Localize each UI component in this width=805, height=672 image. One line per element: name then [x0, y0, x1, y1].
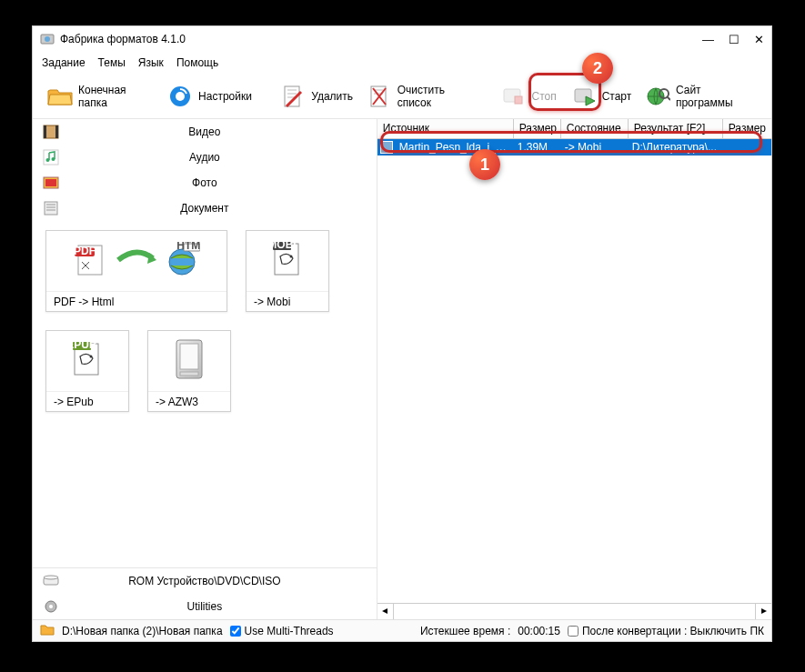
menu-themes[interactable]: Темы	[98, 56, 126, 69]
output-path[interactable]: D:\Новая папка (2)\Новая папка	[62, 625, 223, 637]
category-rom[interactable]: ROM Устройство\DVD\CD\ISO	[33, 568, 377, 594]
menu-language[interactable]: Язык	[138, 56, 164, 69]
settings-label: Настройки	[198, 90, 252, 103]
toolbar: Конечная папка Настройки Удалить Очистит…	[33, 74, 771, 119]
app-icon	[40, 32, 55, 46]
horizontal-scrollbar[interactable]: ◂ ▸	[377, 603, 771, 619]
svg-point-47	[90, 355, 93, 357]
delete-button[interactable]: Удалить	[273, 80, 360, 113]
maximize-button[interactable]: ☐	[729, 33, 740, 46]
category-video[interactable]: Видео	[33, 119, 377, 145]
svg-text:MOBI: MOBI	[267, 240, 296, 251]
pdf-icon: PDF	[73, 242, 109, 281]
annotation-badge-1: 1	[469, 149, 500, 180]
svg-text:HTML: HTML	[176, 242, 200, 252]
settings-button[interactable]: Настройки	[160, 80, 259, 113]
svg-rect-49	[180, 344, 198, 369]
app-window: Фабрика форматов 4.1.0 — ☐ ✕ Задание Тем…	[32, 25, 772, 642]
menu-help[interactable]: Помощь	[176, 56, 218, 69]
column-headers: Источник Размер Состояние Результат [F2]…	[377, 119, 771, 139]
category-rom-label: ROM Устройство\DVD\CD\ISO	[69, 575, 377, 587]
multithreads-checkbox[interactable]	[230, 626, 241, 637]
film-icon	[33, 124, 69, 140]
delete-label: Удалить	[311, 90, 353, 103]
svg-line-20	[667, 96, 670, 100]
menubar: Задание Темы Язык Помощь	[33, 52, 771, 74]
svg-point-52	[44, 576, 58, 579]
afterconv-label: После конвертации : Выключить ПК	[582, 625, 764, 637]
afterconv-checkbox[interactable]	[568, 626, 579, 637]
tile-epub-label: -> EPub	[46, 391, 128, 411]
tile-mobi-label: -> Mobi	[247, 291, 328, 311]
category-document[interactable]: Документ	[33, 196, 377, 221]
col-state[interactable]: Состояние	[561, 119, 629, 138]
minimize-button[interactable]: —	[702, 33, 714, 46]
left-pane: Видео Аудио Фото Документ P	[33, 119, 377, 619]
tile-epub[interactable]: EPUB -> EPub	[45, 330, 129, 412]
multithreads-label: Use Multi-Threads	[245, 625, 334, 637]
menu-task[interactable]: Задание	[42, 56, 86, 69]
html-globe-icon: HTML	[164, 242, 200, 281]
category-utilities-label: Utilities	[69, 600, 377, 613]
stop-button[interactable]: Стоп	[493, 80, 563, 113]
svg-point-37	[169, 249, 195, 275]
annotation-badge-2: 2	[582, 53, 613, 84]
start-icon	[571, 84, 597, 109]
elapsed-label: Истекшее время :	[420, 625, 510, 637]
svg-rect-15	[515, 96, 522, 104]
svg-rect-23	[55, 125, 58, 138]
gear-icon	[167, 84, 193, 109]
scroll-right-icon[interactable]: ▸	[755, 604, 771, 619]
status-bar: D:\Новая папка (2)\Новая папка Use Multi…	[33, 619, 771, 641]
tile-mobi[interactable]: MOBI -> Mobi	[246, 230, 329, 312]
col-size2[interactable]: Размер	[723, 119, 771, 138]
output-folder-button[interactable]: Конечная папка	[40, 80, 160, 113]
col-source[interactable]: Источник	[377, 119, 514, 138]
cell-size: 1.39M	[514, 141, 561, 154]
svg-text:EPUB: EPUB	[67, 340, 97, 351]
svg-text:PDF: PDF	[74, 245, 96, 257]
cell-source: Martin_Pesn_lda_i_pl...	[396, 141, 514, 154]
category-utilities[interactable]: Utilities	[33, 594, 377, 619]
folder-small-icon	[40, 623, 55, 638]
svg-point-26	[52, 157, 55, 161]
svg-point-25	[46, 158, 50, 162]
col-result[interactable]: Результат [F2]	[629, 119, 723, 138]
clear-list-label: Очистить список	[397, 84, 478, 109]
epub-icon: EPUB	[67, 340, 107, 383]
svg-rect-28	[45, 179, 56, 186]
tile-azw3-label: -> AZW3	[148, 391, 230, 411]
category-photo-label: Фото	[69, 176, 377, 189]
cell-state: -> Mobi	[561, 141, 629, 154]
cell-result: D:\Литература\...	[629, 141, 771, 154]
tile-pdf-to-html[interactable]: PDF HTML PDF -> Html	[45, 230, 227, 312]
stop-icon	[500, 84, 526, 109]
file-row[interactable]: Martin_Pesn_lda_i_pl... 1.39M -> Mobi D:…	[377, 139, 771, 155]
category-audio-label: Аудио	[69, 151, 377, 164]
close-button[interactable]: ✕	[754, 33, 764, 46]
right-pane: Источник Размер Состояние Результат [F2]…	[377, 119, 771, 619]
col-size[interactable]: Размер	[514, 119, 561, 138]
folder-icon	[47, 84, 73, 109]
category-video-label: Видео	[69, 125, 377, 138]
clear-list-button[interactable]: Очистить список	[360, 80, 485, 113]
category-photo[interactable]: Фото	[33, 170, 377, 196]
svg-point-43	[290, 255, 293, 257]
titlebar: Фабрика форматов 4.1.0 — ☐ ✕	[33, 26, 771, 52]
svg-point-1	[45, 36, 50, 42]
stop-label: Стоп	[531, 90, 556, 103]
svg-point-54	[49, 605, 53, 608]
tile-azw3[interactable]: -> AZW3	[147, 330, 231, 412]
svg-rect-22	[44, 125, 46, 138]
output-folder-label: Конечная папка	[78, 84, 153, 109]
svg-point-3	[176, 92, 185, 101]
start-button[interactable]: Старт	[564, 80, 639, 113]
mobi-icon: MOBI	[267, 240, 307, 283]
site-button[interactable]: Сайт программы	[639, 80, 764, 113]
file-icon	[380, 141, 393, 154]
category-document-label: Документ	[69, 202, 377, 215]
scroll-left-icon[interactable]: ◂	[377, 604, 394, 619]
category-audio[interactable]: Аудио	[33, 145, 377, 170]
svg-rect-50	[180, 372, 198, 376]
site-label: Сайт программы	[676, 84, 757, 109]
